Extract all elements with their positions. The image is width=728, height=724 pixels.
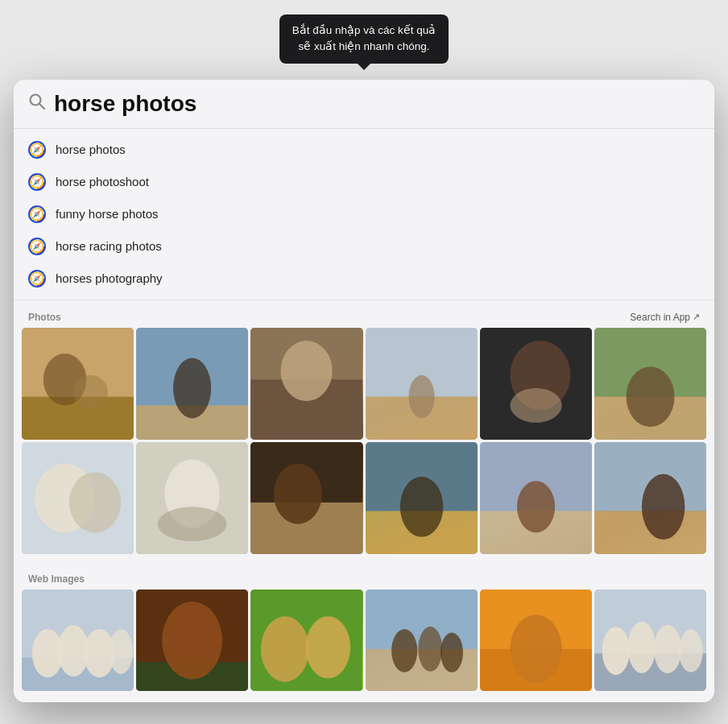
- web-photo-cell-4[interactable]: [366, 590, 478, 692]
- svg-point-32: [399, 476, 443, 536]
- suggestion-item-4[interactable]: 🧭 horse racing photos: [14, 230, 714, 263]
- svg-point-44: [109, 629, 133, 674]
- search-in-app-arrow-icon: ↗: [693, 312, 700, 322]
- svg-point-8: [173, 358, 211, 418]
- photos-section: Photos Search in App ↗: [14, 300, 714, 562]
- photo-cell-5[interactable]: [480, 328, 592, 440]
- suggestion-item-3[interactable]: 🧭 funny horse photos: [14, 198, 714, 230]
- tooltip-line1: Bắt đầu nhập và các kết quả: [292, 24, 436, 36]
- photo-cell-4[interactable]: [366, 328, 478, 440]
- svg-point-11: [281, 341, 333, 401]
- photo-cell-6[interactable]: [594, 328, 706, 440]
- web-images-section-header: Web Images: [14, 570, 714, 590]
- photo-cell-9[interactable]: [250, 442, 362, 554]
- web-images-section-title: Web Images: [28, 573, 85, 585]
- svg-point-64: [679, 629, 703, 672]
- svg-line-1: [39, 104, 44, 109]
- search-query[interactable]: horse photos: [54, 91, 700, 117]
- search-bar: horse photos: [14, 80, 714, 129]
- web-images-grid: [14, 590, 714, 703]
- photo-cell-10[interactable]: [366, 442, 478, 554]
- svg-point-50: [306, 616, 351, 678]
- web-images-section: Web Images: [14, 562, 714, 703]
- svg-point-54: [418, 627, 442, 672]
- compass-icon-1: 🧭: [28, 141, 46, 159]
- suggestion-text-5: horses photography: [56, 271, 163, 285]
- photo-cell-1[interactable]: [22, 328, 134, 440]
- web-photo-cell-6[interactable]: [594, 590, 706, 692]
- photo-cell-12[interactable]: [594, 442, 706, 554]
- spotlight-window: horse photos 🧭 horse photos 🧭 horse phot…: [14, 80, 714, 703]
- compass-icon-3: 🧭: [28, 205, 46, 223]
- suggestion-text-2: horse photoshoot: [56, 175, 149, 188]
- svg-point-23: [69, 472, 121, 532]
- svg-point-63: [654, 625, 681, 673]
- suggestion-text-4: horse racing photos: [56, 239, 162, 253]
- suggestion-text-3: funny horse photos: [56, 207, 159, 221]
- photos-section-header: Photos Search in App ↗: [14, 308, 714, 328]
- svg-point-38: [642, 474, 685, 539]
- svg-point-20: [626, 366, 674, 427]
- svg-point-29: [274, 463, 322, 523]
- search-icon: [28, 93, 46, 114]
- svg-point-49: [261, 616, 309, 681]
- web-photo-cell-1[interactable]: [22, 590, 134, 692]
- photos-grid: [14, 328, 714, 562]
- svg-point-55: [441, 632, 463, 672]
- tooltip-line2: sẽ xuất hiện nhanh chóng.: [299, 40, 430, 52]
- web-photo-cell-5[interactable]: [480, 590, 592, 692]
- web-photo-cell-2[interactable]: [136, 590, 248, 692]
- suggestion-item[interactable]: 🧭 horse photos: [14, 134, 714, 166]
- suggestion-text-1: horse photos: [56, 143, 126, 156]
- compass-icon-4: 🧭: [28, 238, 46, 255]
- photos-section-title: Photos: [28, 312, 61, 323]
- svg-point-26: [158, 507, 227, 541]
- suggestions-list: 🧭 horse photos 🧭 horse photoshoot 🧭 funn…: [14, 129, 714, 300]
- svg-point-62: [628, 622, 656, 673]
- svg-point-53: [391, 629, 417, 672]
- photo-cell-2[interactable]: [136, 328, 248, 440]
- svg-point-35: [517, 481, 555, 532]
- search-in-app-label: Search in App: [630, 312, 690, 323]
- svg-point-47: [162, 602, 222, 679]
- svg-point-14: [408, 374, 434, 418]
- photo-cell-3[interactable]: [250, 328, 362, 440]
- suggestion-item-2[interactable]: 🧭 horse photoshoot: [14, 166, 714, 198]
- web-photo-cell-3[interactable]: [250, 590, 362, 692]
- svg-point-61: [602, 627, 629, 675]
- suggestion-item-5[interactable]: 🧭 horses photography: [14, 263, 714, 295]
- photo-cell-8[interactable]: [136, 442, 248, 554]
- photo-cell-7[interactable]: [22, 442, 134, 554]
- photo-cell-11[interactable]: [480, 442, 592, 554]
- compass-icon-5: 🧭: [28, 270, 46, 288]
- svg-point-58: [510, 614, 561, 684]
- tooltip-area: Bắt đầu nhập và các kết quả sẽ xuất hiện…: [0, 0, 728, 72]
- tooltip-bubble: Bắt đầu nhập và các kết quả sẽ xuất hiện…: [279, 14, 449, 64]
- compass-icon-2: 🧭: [28, 173, 46, 191]
- svg-point-17: [510, 387, 561, 422]
- search-in-app-button[interactable]: Search in App ↗: [630, 312, 700, 323]
- svg-point-5: [73, 374, 108, 409]
